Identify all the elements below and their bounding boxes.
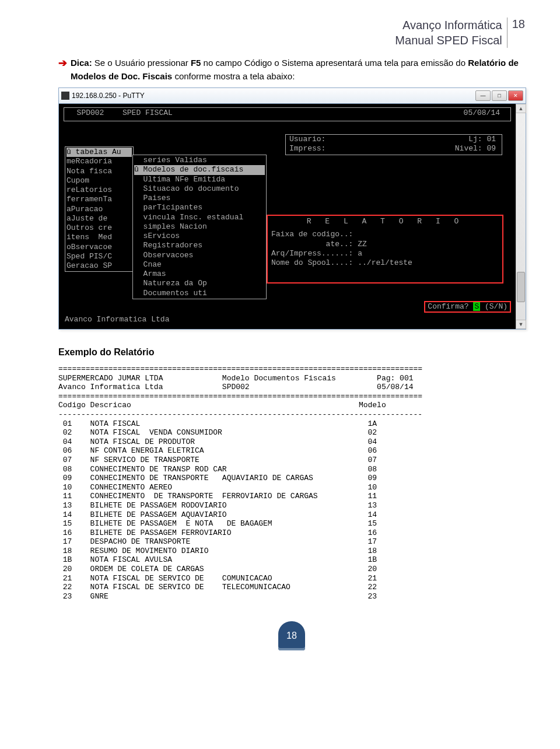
- menu-item[interactable]: Sped PIS/C: [66, 252, 132, 261]
- scroll-up-button[interactable]: ▲: [516, 104, 526, 113]
- menu-item[interactable]: itens Med: [66, 233, 132, 242]
- scrollbar[interactable]: ▲ ▼: [516, 104, 526, 329]
- menu-item[interactable]: û tabelas Au: [66, 148, 132, 157]
- submenu-item[interactable]: Natureza da Op: [134, 279, 265, 288]
- program-code: SPD002: [70, 108, 111, 118]
- program-title: SPED FISCAL: [123, 108, 173, 118]
- submenu-item[interactable]: û Modelos de doc.fiscais: [134, 165, 265, 174]
- report-dialog-title: R E L A T O R I O: [268, 216, 502, 230]
- report-field: Arq/Impress......: a: [268, 249, 502, 258]
- terminal-screen[interactable]: SPD002 SPED FISCAL 05/08/14 Usuario:Lj: …: [59, 104, 516, 329]
- putty-title: 192.168.0.250 - PuTTY: [72, 92, 145, 100]
- confirm-prompt[interactable]: Confirma? S (S/N): [424, 301, 511, 313]
- confirm-value[interactable]: S: [473, 302, 480, 311]
- submenu-item[interactable]: simples Nacion: [134, 222, 265, 232]
- menu-item[interactable]: Nota fisca: [66, 167, 132, 176]
- report-output: ========================================…: [58, 365, 525, 601]
- submenu-item[interactable]: Paises: [134, 194, 265, 203]
- report-field: Nome do Spool....: ../rel/teste: [268, 258, 502, 268]
- brand-name: Avanço Informática: [395, 18, 502, 33]
- submenu-item[interactable]: Armas: [134, 270, 265, 279]
- example-heading: Exemplo do Relatório: [58, 347, 525, 358]
- scroll-thumb[interactable]: [517, 272, 525, 302]
- submenu-item[interactable]: Observacoes: [134, 251, 265, 260]
- user-info-box: Usuario:Lj: 01 Impress:Nivel: 09: [285, 134, 502, 155]
- arrow-right-icon: ➔: [58, 57, 67, 69]
- menu-item[interactable]: Outros cre: [66, 223, 132, 233]
- scroll-down-button[interactable]: ▼: [516, 320, 526, 329]
- sub-menu[interactable]: series Validasû Modelos de doc.fiscais U…: [132, 155, 267, 299]
- maximize-button[interactable]: □: [492, 90, 507, 101]
- putty-titlebar[interactable]: 192.168.0.250 - PuTTY — □ ✕: [59, 88, 526, 104]
- main-menu[interactable]: û tabelas AumeRcadoriaNota fiscaCupomreL…: [65, 146, 134, 272]
- submenu-item[interactable]: Ultima NFe Emitida: [134, 175, 265, 184]
- submenu-item[interactable]: Registradores: [134, 241, 265, 250]
- page-header: Avanço Informática Manual SPED Fiscal 18: [58, 18, 525, 48]
- menu-item[interactable]: ferramenTa: [66, 195, 132, 204]
- report-dialog: R E L A T O R I O Faixa de codigo..: ate…: [267, 215, 503, 284]
- menu-item[interactable]: oBservacoe: [66, 243, 132, 252]
- menu-item[interactable]: Geracao SP: [66, 261, 132, 271]
- tip-text: Dica: Se o Usuário pressionar F5 no camp…: [71, 57, 525, 83]
- menu-item[interactable]: reLatorios: [66, 186, 132, 195]
- submenu-item[interactable]: parTicipantes: [134, 203, 265, 212]
- menu-item[interactable]: Cupom: [66, 176, 132, 186]
- submenu-item[interactable]: sErvicos: [134, 232, 265, 241]
- program-date: 05/08/14: [464, 108, 500, 118]
- minimize-button[interactable]: —: [475, 90, 491, 101]
- tip-label: Dica:: [71, 58, 92, 68]
- menu-item[interactable]: meRcadoria: [66, 157, 132, 166]
- menu-item[interactable]: aJuste de: [66, 214, 132, 223]
- putty-window: 192.168.0.250 - PuTTY — □ ✕ SPD002 SPED …: [58, 88, 526, 330]
- page-number-top: 18: [508, 18, 525, 31]
- report-field: ate..: ZZ: [268, 240, 502, 249]
- terminal-footer: Avanco Informatica Ltda: [65, 315, 169, 324]
- submenu-item[interactable]: Situacao do documento: [134, 184, 265, 194]
- submenu-item[interactable]: Documentos uti: [134, 289, 265, 298]
- page-number-badge: 18: [278, 621, 305, 650]
- submenu-item[interactable]: series Validas: [134, 156, 265, 165]
- page-footer: 18: [58, 621, 525, 650]
- manual-name: Manual SPED Fiscal: [395, 33, 502, 48]
- putty-icon: [61, 92, 69, 100]
- report-field: Faixa de codigo..:: [268, 230, 502, 239]
- menu-item[interactable]: aPuracao: [66, 205, 132, 214]
- tip-block: ➔ Dica: Se o Usuário pressionar F5 no ca…: [58, 57, 525, 83]
- submenu-item[interactable]: Cnae: [134, 260, 265, 270]
- terminal-header-bar: SPD002 SPED FISCAL 05/08/14: [64, 107, 511, 121]
- close-button[interactable]: ✕: [508, 90, 523, 101]
- submenu-item[interactable]: vincula Insc. estadual: [134, 213, 265, 222]
